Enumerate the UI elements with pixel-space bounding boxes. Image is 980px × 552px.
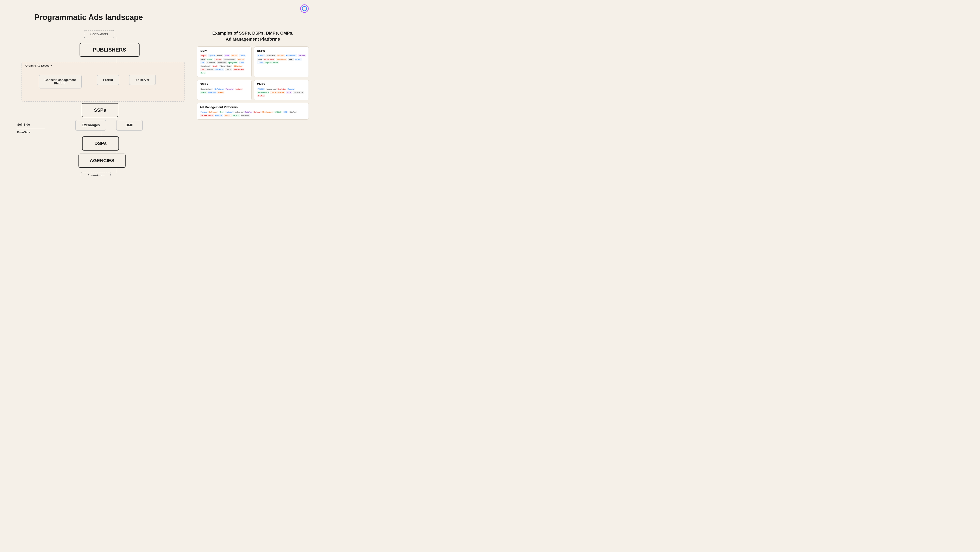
right-panel-title: Examples of SSPs, DSPs, DMPs, CMPs,Ad Ma…	[197, 30, 309, 42]
ad-management-title: Ad Management Platforms	[200, 105, 306, 109]
dmp-box: DMP	[116, 120, 143, 131]
prebid-box: PreBid	[97, 75, 119, 85]
advertisers-box: Advertisers	[81, 172, 111, 176]
dsps-logos-grid: AMOBEE MediaMath OneView theTradeDesk Ad…	[257, 54, 306, 64]
dmps-category: DMPs Global Audience OnAudience Permutiv…	[197, 80, 251, 100]
ssps-category: SSPs Magnite TripleLift Sonobi Yahoo Rub…	[197, 46, 251, 77]
ssps-logos-grid: Magnite TripleLift Sonobi Yahoo Rubicon …	[200, 54, 249, 74]
cmp-label: Consent Management Platform	[45, 78, 76, 85]
agencies-box: AGENCIES	[78, 154, 126, 168]
organic-network-label: Organic Ad Network	[25, 64, 52, 67]
cmp-box: Consent Management Platform	[39, 75, 82, 89]
svg-point-1	[302, 6, 307, 11]
publishers-label: PUBLISHERS	[93, 47, 126, 52]
ssps-box: SSPs	[82, 103, 118, 117]
ssps-category-title: SSPs	[200, 49, 249, 52]
ad-management-section: Ad Management Platforms Playwire Cafe Me…	[197, 103, 309, 120]
cmps-category-title: CMPs	[257, 82, 306, 86]
logo	[300, 4, 309, 13]
dsps-category: DSPs AMOBEE MediaMath OneView theTradeDe…	[254, 46, 309, 77]
prebid-label: PreBid	[103, 78, 113, 82]
dsps-label: DSPs	[94, 141, 107, 146]
right-panel: Examples of SSPs, DSPs, DMPs, CMPs,Ad Ma…	[197, 30, 309, 120]
sell-side-label: Sell-Side	[17, 123, 30, 126]
dmps-category-title: DMPs	[200, 82, 249, 86]
dmp-label: DMP	[126, 123, 133, 127]
agencies-label: AGENCIES	[90, 158, 115, 163]
exchanges-label: Exchanges	[82, 123, 100, 127]
cmps-category: CMPs PWiK360 Usercentrics Cookiebot Trus…	[254, 80, 309, 100]
dsps-category-title: DSPs	[257, 49, 306, 52]
adserver-box: Ad server	[129, 75, 156, 85]
exchanges-box: Exchanges	[75, 120, 106, 131]
adserver-label: Ad server	[135, 78, 150, 82]
dsps-box: DSPs	[82, 136, 119, 151]
page-title: Programmatic Ads landscape	[34, 13, 143, 22]
dmps-logos-grid: Global Audience OnAudience Permutive Aud…	[200, 88, 249, 94]
categories-grid: SSPs Magnite TripleLift Sonobi Yahoo Rub…	[197, 46, 309, 100]
cmps-logos-grid: PWiK360 Usercentrics Cookiebot TrustArc …	[257, 88, 306, 97]
buy-side-label: Buy-Side	[17, 131, 30, 134]
svg-point-0	[301, 5, 308, 13]
ad-management-logos: Playwire Cafe Media Zelto MediaLink AdPu…	[200, 111, 306, 117]
advertisers-label: Advertisers	[87, 174, 104, 176]
consumers-box: Consumers	[84, 30, 115, 38]
ssps-label: SSPs	[94, 107, 106, 113]
consumers-label: Consumers	[90, 32, 108, 36]
publishers-box: PUBLISHERS	[80, 43, 140, 57]
